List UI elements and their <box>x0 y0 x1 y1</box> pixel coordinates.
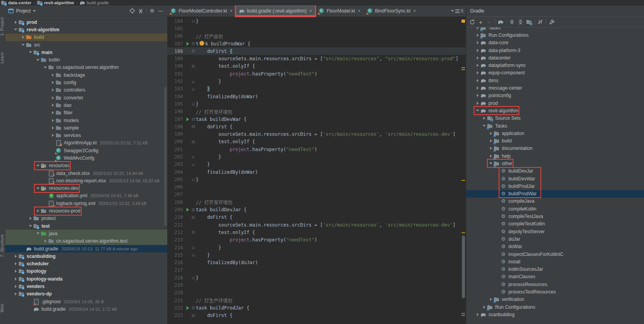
expand-toggle-icon[interactable] <box>481 115 487 121</box>
tree-row[interactable]: topology-wanda <box>5 275 167 283</box>
expand-toggle-icon[interactable] <box>50 118 55 123</box>
tree-row[interactable]: ⚙doWar <box>466 243 644 250</box>
expand-toggle-icon[interactable] <box>50 103 55 108</box>
tree-row[interactable]: message-center <box>466 84 644 92</box>
line-number[interactable]: 219 <box>167 283 184 288</box>
line-number[interactable]: 218 <box>167 275 184 281</box>
fold-marker[interactable]: ⊟ <box>191 124 196 129</box>
tree-row[interactable]: build <box>5 34 167 41</box>
expand-toggle-icon[interactable] <box>28 223 33 229</box>
tree-row[interactable]: ⚙install <box>466 258 644 265</box>
tree-row[interactable]: resources-prod <box>5 207 167 214</box>
expand-toggle-icon[interactable] <box>28 50 33 55</box>
tree-row[interactable]: test <box>5 222 167 230</box>
expand-toggle-icon[interactable] <box>13 20 18 25</box>
line-number[interactable]: 195 <box>167 101 184 107</box>
tree-row[interactable]: ⚙compileJava <box>466 198 644 205</box>
expand-toggle-icon[interactable] <box>488 131 494 136</box>
tree-row[interactable]: .gitignore2020/6/1 14:39, 35 B <box>5 298 167 305</box>
line-number[interactable]: 207 <box>167 192 184 197</box>
expand-toggle-icon[interactable] <box>35 185 41 191</box>
tree-row[interactable]: ⚙Run Configurations <box>466 31 644 39</box>
tree-row[interactable]: scanbuilding <box>5 252 167 260</box>
line-number[interactable]: 203 <box>167 162 184 167</box>
tree-row[interactable]: ⚙build <box>466 137 644 144</box>
stripe-mark[interactable] <box>462 67 465 68</box>
close-icon[interactable]: × <box>309 8 312 14</box>
line-number[interactable]: 212 <box>167 230 184 235</box>
expand-toggle-icon[interactable] <box>488 138 494 144</box>
fold-marker[interactable]: ⊟ <box>191 140 196 144</box>
expand-toggle-icon[interactable] <box>35 208 41 214</box>
tree-row[interactable]: protect <box>5 215 167 222</box>
tree-row[interactable]: java <box>5 230 167 237</box>
line-number[interactable]: 201 <box>167 147 184 152</box>
expand-toggle-icon[interactable] <box>35 163 41 168</box>
fold-marker[interactable]: ⊔ <box>191 177 196 182</box>
expand-toggle-icon[interactable] <box>13 291 18 297</box>
gradle-elephant-icon[interactable] <box>496 18 505 26</box>
line-number[interactable]: 221 <box>167 298 184 303</box>
tree-row[interactable]: ⚙other <box>466 160 644 167</box>
tree-row[interactable]: models <box>5 117 167 124</box>
tree-row[interactable]: ⚙compileKotlin <box>466 205 644 212</box>
run-task-icon[interactable] <box>186 42 189 46</box>
expand-toggle-icon[interactable] <box>488 153 494 159</box>
expand-toggle-icon[interactable] <box>475 70 480 76</box>
locate-file-button[interactable] <box>128 7 136 15</box>
editor-tab[interactable]: build.gradle (:revit-algorithm)× <box>236 5 315 16</box>
expand-toggle-icon[interactable] <box>13 284 18 289</box>
tree-row[interactable]: datacenter <box>466 54 644 61</box>
tree-row[interactable]: ⚙documentation <box>466 145 644 152</box>
line-number[interactable]: 187 <box>167 41 184 47</box>
tree-row[interactable]: ⚙processResources <box>466 281 644 288</box>
tree-row[interactable]: ⚙buildDevWar <box>466 175 644 182</box>
error-stripe[interactable] <box>461 16 466 324</box>
wrench-icon[interactable] <box>547 18 556 26</box>
tree-row[interactable]: AlgorithmApp.kt2020/1/10 10:32, 7.11 kB <box>5 139 167 147</box>
gutter-marker[interactable] <box>184 117 191 121</box>
gutter-marker[interactable] <box>184 42 191 46</box>
line-number[interactable]: 215 <box>167 252 184 258</box>
expand-toggle-icon[interactable] <box>475 108 480 113</box>
expand-toggle-icon[interactable] <box>475 93 480 98</box>
line-number[interactable]: 204 <box>167 169 184 175</box>
expand-toggle-icon[interactable] <box>475 312 480 317</box>
tree-row[interactable]: sample <box>5 124 167 131</box>
hidden-tabs-button[interactable]: 6 <box>450 5 463 16</box>
stripe-button-web[interactable]: Web <box>0 304 5 312</box>
expand-toggle-icon[interactable] <box>475 48 480 53</box>
expand-toggle-icon[interactable] <box>13 268 18 274</box>
fold-marker[interactable]: ⊔ <box>191 87 196 91</box>
tree-row[interactable]: kotlin <box>5 56 167 63</box>
line-number[interactable]: 191 <box>167 71 184 77</box>
tree-row[interactable]: cn.sagacloud.server.algorithm.test <box>5 238 167 245</box>
settings-gear-icon[interactable]: ⚙ <box>148 7 156 15</box>
line-number[interactable]: 210 <box>167 214 184 220</box>
code-editor[interactable]: 184⊔}185186// 打产品包187⊟tk buildProdWar {1… <box>167 16 466 324</box>
tree-row[interactable]: ⚙Tasks <box>466 122 644 130</box>
expand-toggle-icon[interactable] <box>475 101 480 106</box>
project-scrollbar[interactable] <box>164 87 167 226</box>
line-number[interactable]: 216 <box>167 260 184 265</box>
tree-row[interactable]: ?data_check.xlsx2020/1/10 10:32, 14.94 k… <box>5 169 167 177</box>
tree-row[interactable]: ⚙verification <box>466 296 644 303</box>
fold-marker[interactable]: ⊟ <box>191 208 196 212</box>
tree-row[interactable]: ⚙inspectClassesForKotlinIC <box>466 250 644 258</box>
expand-toggle-icon[interactable] <box>20 42 26 48</box>
line-number[interactable]: 186 <box>167 33 184 39</box>
expand-toggle-icon[interactable] <box>488 161 494 166</box>
tree-row[interactable]: build.gradle2020/6/16 10:13, 11.77 kB A … <box>5 245 167 252</box>
line-number[interactable]: 197 <box>167 117 184 122</box>
line-number[interactable]: 199 <box>167 131 184 137</box>
tree-row[interactable]: ⚙compileTestKotlin <box>466 220 644 228</box>
fold-marker[interactable]: ⊟ <box>191 64 196 68</box>
expand-toggle-icon[interactable] <box>35 57 41 63</box>
close-icon[interactable]: × <box>230 8 233 14</box>
line-number[interactable]: 194 <box>167 94 184 99</box>
stripe-button--project[interactable]: 1: Project <box>0 17 5 36</box>
line-number[interactable]: 200 <box>167 139 184 144</box>
expand-toggle-icon[interactable] <box>488 297 494 302</box>
tree-row[interactable]: WebMvcConfg <box>5 154 167 162</box>
tree-row[interactable]: venders-dp <box>5 290 167 298</box>
